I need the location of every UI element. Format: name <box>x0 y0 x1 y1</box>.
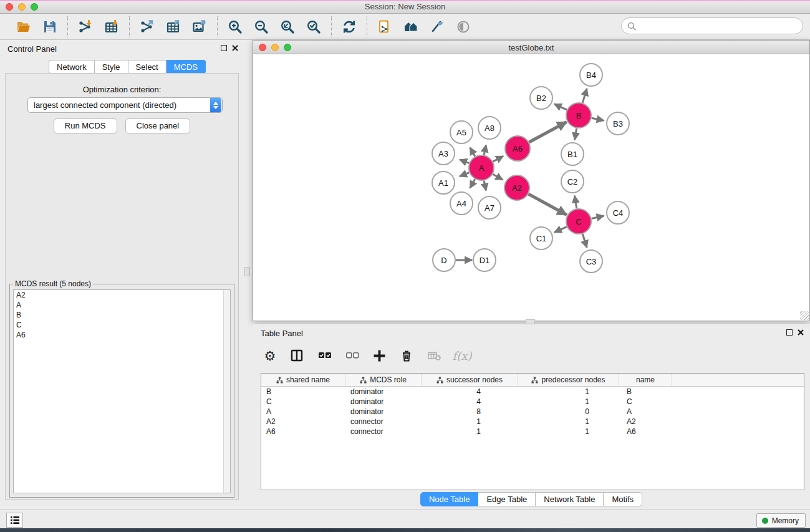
network-window-titlebar[interactable]: testGlobe.txt <box>253 41 809 54</box>
graph-node-A7[interactable]: A7 <box>478 196 501 219</box>
refresh-layout-button[interactable] <box>338 16 360 37</box>
cell-successor-nodes[interactable]: 1 <box>422 417 518 427</box>
graph-node-C4[interactable]: C4 <box>607 201 629 224</box>
column-header-successor-nodes[interactable]: successor nodes <box>422 374 518 386</box>
tab-edge-table[interactable]: Edge Table <box>478 492 536 506</box>
graph-node-B3[interactable]: B3 <box>607 112 629 135</box>
result-scrollbar[interactable] <box>223 290 230 493</box>
zoom-in-button[interactable] <box>224 16 246 37</box>
graph-node-B1[interactable]: B1 <box>561 143 584 165</box>
cell-successor-nodes[interactable]: 4 <box>422 387 518 397</box>
open-session-button[interactable] <box>12 16 35 37</box>
split-view-button[interactable] <box>288 346 307 365</box>
column-header-shared-name[interactable]: shared name <box>261 374 345 386</box>
cell-name[interactable]: C <box>619 397 672 407</box>
graph-node-C[interactable]: C <box>566 209 591 234</box>
mcds-result-item[interactable]: A2 <box>14 290 230 300</box>
tab-motifs[interactable]: Motifs <box>604 492 642 506</box>
mcds-result-item[interactable]: C <box>14 320 230 330</box>
cell-MCDS-role[interactable]: dominator <box>345 397 422 407</box>
close-panel-icon[interactable] <box>232 45 238 51</box>
column-header-MCDS-role[interactable]: MCDS role <box>345 374 422 386</box>
graph-node-A2[interactable]: A2 <box>504 175 529 200</box>
cell-MCDS-role[interactable]: connector <box>345 427 422 437</box>
window-resize-grip[interactable] <box>800 311 809 320</box>
table-row[interactable]: A6connector11A6 <box>261 427 804 437</box>
zoom-out-button[interactable] <box>250 16 272 37</box>
cell-predecessor-nodes[interactable]: 1 <box>518 417 619 427</box>
cell-name[interactable]: A2 <box>619 417 672 427</box>
criterion-select[interactable]: largest connected component (directed) <box>27 97 223 113</box>
vertical-splitter-grip[interactable] <box>244 267 250 276</box>
float-table-panel-icon[interactable] <box>786 329 793 336</box>
node-table[interactable]: shared nameMCDS rolesuccessor nodesprede… <box>261 373 804 490</box>
import-table-button[interactable] <box>100 16 123 37</box>
edge-C-C2[interactable] <box>575 196 577 209</box>
tab-mcds[interactable]: MCDS <box>166 60 206 74</box>
edge-A2-C[interactable] <box>528 194 566 215</box>
home-button[interactable] <box>400 16 422 37</box>
import-network-button[interactable] <box>74 16 97 37</box>
edge-A-A6[interactable] <box>493 156 504 162</box>
open-in-cybrowser-button[interactable] <box>374 16 396 37</box>
graph-node-A[interactable]: A <box>469 155 494 180</box>
float-panel-icon[interactable] <box>221 45 227 51</box>
tab-style[interactable]: Style <box>95 60 128 74</box>
edge-A-A8[interactable] <box>484 145 486 155</box>
cell-shared-name[interactable]: A6 <box>261 427 345 437</box>
cell-predecessor-nodes[interactable]: 1 <box>518 397 619 407</box>
cell-predecessor-nodes[interactable]: 0 <box>518 407 619 417</box>
network-canvas[interactable]: B4B2BB3A5A8A6B1A3AC2A1A2A4A7C4CC1C3DD1 <box>253 54 809 321</box>
edge-B-B2[interactable] <box>554 104 567 110</box>
edge-A-A1[interactable] <box>460 173 469 177</box>
deselect-all-button[interactable] <box>343 346 362 365</box>
graph-node-A1[interactable]: A1 <box>432 172 455 194</box>
table-row[interactable]: A2connector11A2 <box>261 417 804 427</box>
graph-node-A3[interactable]: A3 <box>432 142 455 165</box>
show-panels-button[interactable] <box>6 513 23 528</box>
settings-button[interactable]: ⚙ <box>261 346 279 365</box>
save-session-button[interactable] <box>39 16 61 37</box>
graph-node-B2[interactable]: B2 <box>530 87 552 109</box>
zoom-selected-button[interactable] <box>302 16 325 37</box>
edge-B-B3[interactable] <box>592 118 604 120</box>
edge-C-C1[interactable] <box>554 227 567 233</box>
tab-network-table[interactable]: Network Table <box>536 492 604 506</box>
edge-A-A5[interactable] <box>470 147 475 156</box>
cell-MCDS-role[interactable]: dominator <box>345 407 422 417</box>
cell-successor-nodes[interactable]: 4 <box>422 397 518 407</box>
edge-A-A7[interactable] <box>484 181 486 191</box>
edge-C-C3[interactable] <box>582 234 587 248</box>
zoom-fit-button[interactable] <box>276 16 299 37</box>
edge-A6-B[interactable] <box>529 122 566 142</box>
cell-shared-name[interactable]: B <box>261 387 345 397</box>
mcds-result-item[interactable]: A6 <box>14 330 230 340</box>
graph-node-C1[interactable]: C1 <box>530 227 552 249</box>
table-row[interactable]: Adominator80A <box>261 407 804 417</box>
cell-shared-name[interactable]: A2 <box>261 417 345 427</box>
cell-name[interactable]: A <box>619 407 672 417</box>
edge-A-A3[interactable] <box>460 160 469 163</box>
close-table-panel-icon[interactable] <box>798 329 804 336</box>
edge-B-B4[interactable] <box>582 89 587 103</box>
cell-predecessor-nodes[interactable]: 1 <box>518 427 619 437</box>
memory-button[interactable]: Memory <box>756 513 806 528</box>
tab-select[interactable]: Select <box>128 60 166 74</box>
tab-node-table[interactable]: Node Table <box>420 492 479 506</box>
add-column-button[interactable] <box>370 346 389 365</box>
delete-column-button[interactable] <box>398 346 417 365</box>
graph-node-A8[interactable]: A8 <box>478 117 501 139</box>
horizontal-splitter-grip[interactable] <box>526 319 535 324</box>
graph-node-C3[interactable]: C3 <box>580 250 602 273</box>
hide-annotations-button[interactable] <box>426 16 448 37</box>
export-table-button[interactable] <box>162 16 185 37</box>
cell-name[interactable]: A6 <box>619 427 672 437</box>
search-input[interactable] <box>640 21 797 31</box>
graph-node-A4[interactable]: A4 <box>450 192 473 215</box>
export-image-button[interactable] <box>188 16 211 37</box>
close-panel-button[interactable]: Close panel <box>125 118 191 133</box>
mcds-result-list[interactable]: A2ABCA6 <box>13 289 231 493</box>
cell-predecessor-nodes[interactable]: 1 <box>518 387 619 397</box>
column-header-predecessor-nodes[interactable]: predecessor nodes <box>518 374 619 386</box>
edge-A-A2[interactable] <box>493 174 503 180</box>
